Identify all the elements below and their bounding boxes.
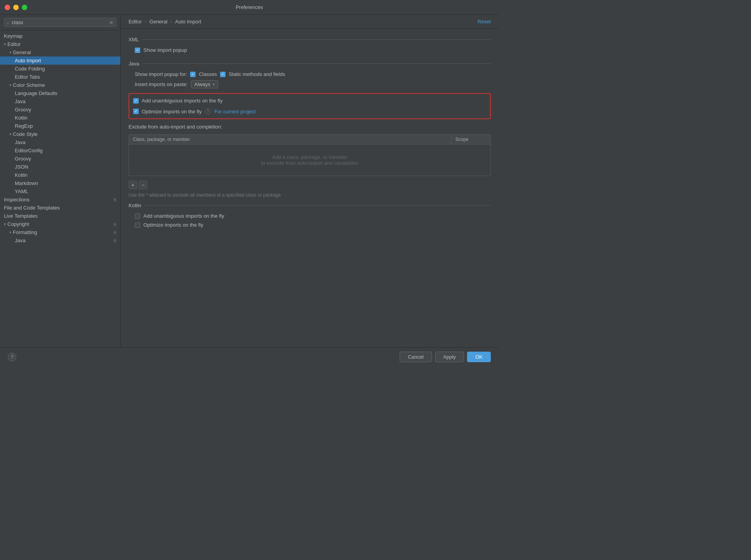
chevron-down-icon: ▾: [213, 82, 215, 86]
table-col-main: Class, package, or member: [129, 135, 451, 144]
sidebar: ⌕ ✕ Keymap ▾ Editor ▾ General Auto Im: [0, 15, 121, 347]
remove-button[interactable]: −: [139, 181, 147, 189]
help-button[interactable]: ?: [8, 353, 16, 361]
apply-button[interactable]: Apply: [435, 352, 464, 362]
sidebar-item-live-templates[interactable]: Live Templates: [0, 212, 120, 220]
search-input[interactable]: [12, 19, 107, 25]
kotlin-add-unambiguous-label: Add unambiguous imports on the fly: [143, 213, 224, 219]
java-add-unambiguous-checkbox[interactable]: [133, 98, 139, 104]
sidebar-item-editor[interactable]: ▾ Editor: [0, 40, 120, 48]
sidebar-item-language-defaults[interactable]: Language Defaults: [0, 89, 120, 97]
sidebar-item-label: General: [13, 49, 31, 55]
sidebar-item-label: YAML: [15, 188, 28, 194]
sidebar-item-regexp[interactable]: RegExp: [0, 122, 120, 130]
sidebar-item-label: Markdown: [15, 180, 38, 186]
sidebar-item-copyright[interactable]: ▾ Copyright ⎘: [0, 220, 120, 228]
sidebar-item-code-folding[interactable]: Code Folding: [0, 65, 120, 73]
exclude-section-label: Exclude from auto-import and completion:: [129, 124, 222, 130]
java-label: Java: [129, 61, 139, 67]
chevron-down-icon: ▾: [9, 83, 11, 87]
java-add-unambiguous-row: Add unambiguous imports on the fly: [133, 96, 486, 105]
kotlin-label: Kotlin: [129, 203, 141, 208]
chevron-down-icon: ▾: [9, 50, 11, 55]
search-icon: ⌕: [7, 20, 9, 25]
kotlin-optimize-imports-row: Optimize imports on the fly: [135, 220, 491, 229]
sidebar-item-java-copyright[interactable]: Java ⎘: [0, 236, 120, 245]
search-box: ⌕ ✕: [0, 15, 120, 30]
sidebar-item-label: JSON: [15, 164, 28, 170]
sidebar-item-editorconfig[interactable]: EditorConfig: [0, 146, 120, 155]
hint-text-content: Use the * wildcard to exclude all member…: [129, 192, 281, 198]
hint-text: Use the * wildcard to exclude all member…: [129, 192, 491, 198]
sidebar-item-inspections[interactable]: Inspections ⎘: [0, 195, 120, 204]
java-classes-checkbox[interactable]: [190, 72, 196, 77]
xml-label: XML: [129, 37, 139, 42]
sidebar-item-label: Inspections: [4, 197, 30, 203]
java-optimize-imports-checkbox[interactable]: [133, 109, 139, 114]
sidebar-item-file-code-templates[interactable]: File and Code Templates: [0, 204, 120, 212]
btn-group: Cancel Apply OK: [400, 352, 491, 362]
minimize-button[interactable]: [13, 5, 19, 10]
sidebar-item-formatting[interactable]: ▾ Formatting ⎘: [0, 228, 120, 236]
maximize-button[interactable]: [22, 5, 27, 10]
dropdown-value: Always: [194, 81, 210, 87]
search-clear-icon[interactable]: ✕: [109, 20, 114, 25]
sidebar-item-kotlin-style[interactable]: Kotlin: [0, 171, 120, 179]
copy-icon: ⎘: [114, 238, 116, 243]
xml-show-import-popup-checkbox[interactable]: [135, 48, 140, 53]
sidebar-item-kotlin-color[interactable]: Kotlin: [0, 114, 120, 122]
search-input-wrapper[interactable]: ⌕ ✕: [4, 18, 116, 27]
sidebar-item-label: Java: [15, 99, 25, 104]
sidebar-item-java-color[interactable]: Java: [0, 97, 120, 106]
reset-link[interactable]: Reset: [478, 19, 491, 25]
content-header: Editor › General › Auto Import Reset: [121, 15, 499, 29]
java-show-import-popup-label: Show import popup for:: [135, 71, 187, 77]
table-header: Class, package, or member Scope: [129, 135, 490, 144]
sidebar-item-code-style[interactable]: ▾ Code Style: [0, 130, 120, 138]
sidebar-item-groovy-color[interactable]: Groovy: [0, 106, 120, 114]
chevron-down-icon: ▾: [9, 132, 11, 136]
titlebar: Preferences: [0, 0, 499, 15]
sidebar-item-markdown[interactable]: Markdown: [0, 179, 120, 187]
sidebar-item-label: Kotlin: [15, 172, 28, 178]
help-icon[interactable]: ?: [205, 108, 211, 114]
java-static-methods-checkbox[interactable]: [220, 72, 226, 77]
sidebar-item-auto-import[interactable]: Auto Import: [0, 56, 120, 65]
sidebar-item-color-scheme[interactable]: ▾ Color Scheme: [0, 81, 120, 89]
sidebar-item-yaml[interactable]: YAML: [0, 187, 120, 195]
java-optimize-imports-label: Optimize imports on the fly: [142, 109, 202, 114]
table-empty-line2: to exclude from auto-import and completi…: [261, 160, 358, 166]
sidebar-item-label: File and Code Templates: [4, 205, 60, 211]
sidebar-item-general[interactable]: ▾ General: [0, 48, 120, 56]
section-divider: [145, 205, 491, 206]
section-divider: [142, 63, 491, 64]
sidebar-item-label: Keymap: [4, 33, 23, 39]
sidebar-item-json[interactable]: JSON: [0, 163, 120, 171]
sidebar-item-label: RegExp: [15, 123, 33, 129]
chevron-down-icon: ▾: [4, 42, 6, 46]
kotlin-add-unambiguous-checkbox[interactable]: [135, 213, 140, 219]
window-title: Preferences: [236, 4, 263, 10]
sidebar-item-label: Language Defaults: [15, 90, 57, 96]
close-button[interactable]: [5, 5, 10, 10]
table-body: Add a class, package, or member to exclu…: [129, 144, 490, 176]
ok-button[interactable]: OK: [467, 352, 491, 362]
cancel-button[interactable]: Cancel: [400, 352, 432, 362]
sidebar-item-keymap[interactable]: Keymap: [0, 32, 120, 40]
for-current-project-link[interactable]: For current project: [214, 109, 256, 114]
sidebar-item-label: EditorConfig: [15, 148, 43, 153]
sidebar-item-java-style[interactable]: Java: [0, 138, 120, 146]
sidebar-item-groovy-style[interactable]: Groovy: [0, 155, 120, 163]
add-button[interactable]: +: [129, 181, 137, 189]
sidebar-item-label: Live Templates: [4, 213, 37, 219]
sidebar-item-label: Editor Tabs: [15, 74, 40, 80]
content-area: Editor › General › Auto Import Reset XML…: [121, 15, 499, 347]
breadcrumb-part-2: General: [150, 19, 167, 25]
bottom-bar: ? Cancel Apply OK: [0, 347, 499, 366]
kotlin-optimize-imports-checkbox[interactable]: [135, 222, 140, 228]
java-insert-imports-dropdown[interactable]: Always ▾: [191, 80, 218, 88]
sidebar-item-label: Formatting: [13, 229, 37, 235]
sidebar-item-label: Kotlin: [15, 115, 28, 121]
java-optimize-imports-row: Optimize imports on the fly ? For curren…: [133, 107, 486, 116]
sidebar-item-editor-tabs[interactable]: Editor Tabs: [0, 73, 120, 81]
